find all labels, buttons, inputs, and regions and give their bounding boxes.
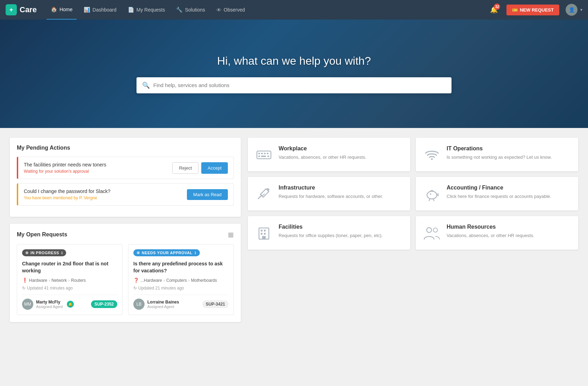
- action-text-1: The facilities printer needs new toners …: [24, 162, 172, 174]
- service-info-workplace: Workplace Vacations, absences, or other …: [279, 145, 403, 161]
- nav-solutions-label: Solutions: [185, 7, 205, 13]
- accept-button[interactable]: Accept: [201, 162, 228, 174]
- svg-rect-7: [267, 156, 269, 157]
- pending-actions-title: My Pending Actions: [17, 145, 234, 151]
- mark-as-read-button[interactable]: Mark as Read: [187, 189, 228, 200]
- service-card-workplace[interactable]: Workplace Vacations, absences, or other …: [248, 138, 410, 171]
- tools-icon: [255, 185, 273, 203]
- service-name-workplace: Workplace: [279, 145, 403, 152]
- nav-home[interactable]: 🏠 Home: [47, 0, 77, 20]
- action-title-2: Could I change the password for Slack?: [24, 188, 187, 194]
- user-menu-caret[interactable]: ▾: [580, 7, 582, 12]
- service-info-accounting: Accounting / Finance Click here for fina…: [447, 185, 571, 200]
- status-label-2: NEEDS YOUR APPROVAL: [142, 251, 192, 255]
- service-info-infrastructure: Infrastructure Requests for hardware, so…: [279, 185, 403, 200]
- search-icon: 🔍: [142, 81, 150, 89]
- new-request-label: NEW REQUEST: [520, 7, 554, 13]
- request-tags-2: ❓ ...Hardware › Computers › Motherboards: [133, 278, 229, 283]
- svg-rect-16: [261, 233, 262, 235]
- notifications-button[interactable]: 🔔 32: [488, 3, 500, 16]
- tag-2-3: Motherboards: [191, 278, 217, 283]
- search-bar: 🔍: [136, 77, 451, 93]
- notif-count: 32: [494, 3, 500, 10]
- request-title-2: Is there any predefined process to ask f…: [133, 260, 229, 274]
- service-name-infrastructure: Infrastructure: [279, 185, 403, 191]
- hero-title: Hi, what can we help you with?: [217, 55, 371, 67]
- nav-dashboard-label: Dashboard: [92, 7, 117, 13]
- new-request-button[interactable]: 🎫 NEW REQUEST: [506, 5, 559, 15]
- svg-line-9: [262, 194, 265, 196]
- nav-dashboard[interactable]: 📊 Dashboard: [79, 0, 121, 20]
- dashboard-icon: 📊: [84, 7, 90, 13]
- notif-indicator-1: 🔔: [67, 301, 74, 308]
- status-dot-1: [26, 251, 28, 254]
- service-name-it-operations: IT Operations: [447, 145, 571, 152]
- svg-rect-5: [258, 156, 260, 157]
- svg-point-20: [433, 228, 438, 232]
- svg-rect-15: [264, 230, 266, 231]
- piggy-icon: [423, 185, 441, 203]
- status-label-1: IN PROGRESS: [30, 251, 59, 255]
- service-info-it-operations: IT Operations Is something not working a…: [447, 145, 571, 161]
- status-badge-1: IN PROGRESS ℹ: [22, 249, 66, 256]
- refresh-icon-2: ↻: [133, 286, 137, 291]
- left-panel: My Pending Actions The facilities printe…: [10, 138, 241, 322]
- status-info-icon-1: ℹ: [61, 251, 63, 255]
- agent-avatar-2: LB: [133, 299, 145, 310]
- action-item-1: The facilities printer needs new toners …: [17, 157, 234, 179]
- nav-observed[interactable]: 👁 Observed: [212, 0, 249, 20]
- service-desc-infrastructure: Requests for hardware, software accounts…: [279, 193, 403, 200]
- logo[interactable]: + Care: [6, 4, 37, 15]
- svg-rect-3: [264, 153, 266, 154]
- open-requests-header: My Open Requests ▦: [17, 231, 234, 238]
- plus-icon: 🎫: [512, 7, 518, 13]
- avatar-image: 👤: [569, 7, 575, 13]
- request-footer-1: MM Marty McFly Assigned Agent 🔔 SUP-2352: [22, 295, 117, 310]
- agent-name-2: Lorraine Baines: [147, 300, 179, 305]
- agent-role-1: Assigned Agent: [36, 305, 63, 309]
- nav-my-requests-label: My Requests: [136, 7, 165, 13]
- tag-2-1: ...Hardware: [140, 278, 162, 283]
- agent-name-1: Marty McFly: [36, 300, 63, 305]
- service-card-facilities[interactable]: Facilities Requests for office supplies …: [248, 216, 410, 250]
- tag-1-1: Hardware: [29, 278, 47, 283]
- agent-role-2: Assigned Agent: [147, 305, 179, 309]
- nav-solutions[interactable]: 🔧 Solutions: [172, 0, 209, 20]
- logo-text: Care: [20, 5, 37, 14]
- service-card-accounting[interactable]: Accounting / Finance Click here for fina…: [416, 177, 578, 210]
- svg-point-8: [431, 158, 433, 160]
- grid-view-icon[interactable]: ▦: [228, 231, 234, 238]
- svg-point-11: [430, 193, 431, 195]
- requests-grid: IN PROGRESS ℹ Change router in 2nd floor…: [17, 244, 234, 315]
- svg-rect-17: [264, 233, 266, 235]
- building-icon: [255, 224, 273, 242]
- navbar: + Care 🏠 Home 📊 Dashboard 📄 My Requests …: [0, 0, 588, 20]
- tag-2-2: Computers: [166, 278, 187, 283]
- search-input[interactable]: [153, 82, 446, 88]
- service-desc-accounting: Click here for finance requests or accou…: [447, 193, 571, 200]
- svg-rect-18: [262, 236, 266, 239]
- service-info-human-resources: Human Resources Vacations, absences, or …: [447, 224, 571, 239]
- svg-point-10: [427, 191, 437, 199]
- request-card-2[interactable]: NEEDS YOUR APPROVAL ℹ Is there any prede…: [128, 244, 234, 315]
- action-sub-1: Waiting for your solution's approval: [24, 169, 172, 174]
- question-icon-2: ❓: [133, 278, 139, 283]
- service-info-facilities: Facilities Requests for office supplies …: [279, 224, 403, 239]
- reject-button[interactable]: Reject: [172, 162, 198, 174]
- service-card-it-operations[interactable]: IT Operations Is something not working a…: [416, 138, 578, 171]
- agent-avatar-1: MM: [22, 299, 33, 310]
- svg-point-19: [427, 228, 432, 233]
- service-card-infrastructure[interactable]: Infrastructure Requests for hardware, so…: [248, 177, 410, 210]
- svg-rect-4: [267, 153, 268, 154]
- refresh-icon-1: ↻: [22, 286, 26, 291]
- action-text-2: Could I change the password for Slack? Y…: [24, 188, 187, 200]
- solutions-icon: 🔧: [176, 7, 183, 13]
- open-requests-title: My Open Requests: [17, 231, 67, 238]
- user-avatar[interactable]: 👤: [566, 4, 578, 16]
- logo-icon: +: [6, 4, 17, 15]
- svg-rect-14: [261, 230, 262, 231]
- service-card-human-resources[interactable]: Human Resources Vacations, absences, or …: [416, 216, 578, 250]
- nav-my-requests[interactable]: 📄 My Requests: [124, 0, 169, 20]
- service-name-human-resources: Human Resources: [447, 224, 571, 230]
- request-card-1[interactable]: IN PROGRESS ℹ Change router in 2nd floor…: [17, 244, 122, 315]
